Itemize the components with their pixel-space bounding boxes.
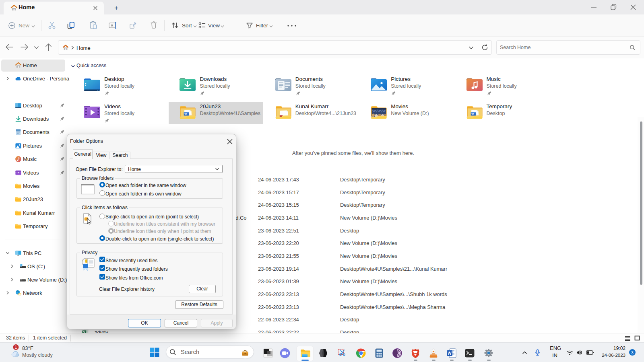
svg-text:1: 1 (15, 345, 17, 350)
